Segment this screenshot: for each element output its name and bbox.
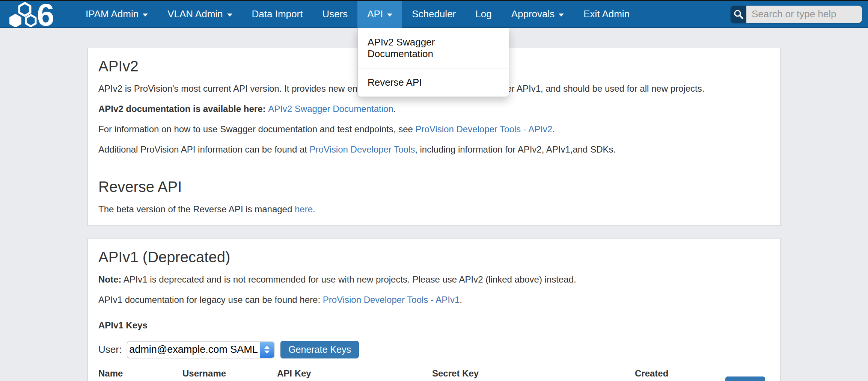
column-header-username: Username bbox=[182, 368, 277, 379]
api-dropdown-item-reverse-api[interactable]: Reverse API bbox=[358, 68, 509, 97]
column-header-secret-key: Secret Key bbox=[432, 368, 635, 379]
text-suffix: , including information for APIv2, APIv1… bbox=[415, 144, 616, 154]
nav-item-users[interactable]: Users bbox=[312, 1, 357, 28]
search-bar bbox=[731, 6, 862, 23]
nav-item-log[interactable]: Log bbox=[466, 1, 501, 28]
text-suffix: . bbox=[313, 204, 315, 214]
user-label: User: bbox=[98, 344, 122, 355]
navbar: 6 IPAM Admin VLAN Admin Data Import bbox=[0, 1, 868, 28]
note-label: Note: bbox=[98, 274, 121, 284]
reverse-api-heading: Reverse API bbox=[98, 178, 770, 195]
select-stepper-icon bbox=[260, 342, 274, 358]
apiv2-docs-line: APIv2 documentation is available here: A… bbox=[98, 103, 770, 115]
developer-tools-apiv2-link[interactable]: ProVision Developer Tools - APIv2 bbox=[416, 124, 553, 134]
reverse-api-here-link[interactable]: here bbox=[295, 204, 313, 214]
user-select-value: admin@example.com SAML bbox=[127, 344, 260, 355]
apiv1-keys-heading: APIv1 Keys bbox=[98, 319, 770, 332]
text-prefix: Additional ProVision API information can… bbox=[98, 144, 310, 154]
column-header-api-key: API Key bbox=[277, 368, 432, 379]
reverse-api-line: The beta version of the Reverse API is m… bbox=[98, 203, 770, 216]
user-key-controls: User: admin@example.com SAML Generate Ke… bbox=[98, 341, 770, 358]
main-nav: IPAM Admin VLAN Admin Data Import Users bbox=[76, 1, 639, 28]
chevron-down-icon bbox=[559, 14, 564, 17]
additional-info-line: Additional ProVision API information can… bbox=[98, 143, 770, 156]
developer-tools-link[interactable]: ProVision Developer Tools bbox=[310, 144, 415, 154]
text-suffix: . bbox=[552, 124, 555, 134]
text-prefix: APIv1 documentation for legacy use can b… bbox=[98, 295, 323, 305]
table-action-button-partial[interactable] bbox=[725, 376, 765, 381]
main-content: APIv2 APIv2 is ProVision's most current … bbox=[0, 48, 868, 381]
apiv2-docs-label: APIv2 documentation is available here: bbox=[98, 104, 268, 114]
swagger-info-line: For information on how to use Swagger do… bbox=[98, 123, 770, 136]
nav-menu: IPAM Admin VLAN Admin Data Import Users bbox=[76, 1, 639, 28]
search-icon bbox=[733, 9, 744, 20]
provision-logo[interactable]: 6 bbox=[5, 2, 62, 27]
note-text: APIv1 is deprecated and is not recommend… bbox=[121, 274, 576, 284]
nav-item-ipam-admin[interactable]: IPAM Admin bbox=[76, 1, 158, 28]
chevron-down-icon bbox=[264, 351, 270, 354]
api-dropdown-item-apiv2-swagger-documentation[interactable]: APIv2 Swagger Documentation bbox=[358, 28, 509, 68]
text-suffix: . bbox=[393, 104, 396, 114]
apiv2-swagger-doc-link[interactable]: APIv2 Swagger Documentation bbox=[268, 104, 393, 114]
chevron-down-icon bbox=[387, 14, 392, 17]
nav-item-scheduler[interactable]: Scheduler bbox=[402, 1, 466, 28]
nav-item-approvals[interactable]: Approvals bbox=[502, 1, 574, 28]
nav-item-exit-admin[interactable]: Exit Admin bbox=[574, 1, 639, 28]
logo-hexagons-6-icon: 6 bbox=[5, 2, 62, 27]
chevron-up-icon bbox=[264, 346, 270, 349]
nav-item-api[interactable]: API bbox=[357, 1, 402, 28]
nav-item-vlan-admin[interactable]: VLAN Admin bbox=[158, 1, 242, 28]
apiv1-card: APIv1 (Deprecated) Note: APIv1 is deprec… bbox=[87, 239, 781, 381]
api-keys-table-header: Name Username API Key Secret Key Created bbox=[98, 368, 770, 381]
developer-tools-apiv1-link[interactable]: ProVision Developer Tools - APIv1 bbox=[323, 295, 460, 305]
chevron-down-icon bbox=[227, 14, 232, 17]
user-select[interactable]: admin@example.com SAML bbox=[127, 342, 274, 358]
chevron-down-icon bbox=[143, 14, 148, 17]
apiv1-note-line: Note: APIv1 is deprecated and is not rec… bbox=[98, 273, 770, 286]
svg-text:6: 6 bbox=[37, 2, 54, 27]
apiv1-docs-line: APIv1 documentation for legacy use can b… bbox=[98, 293, 770, 306]
search-input[interactable] bbox=[746, 6, 862, 23]
text-prefix: The beta version of the Reverse API is m… bbox=[98, 204, 295, 214]
generate-keys-button[interactable]: Generate Keys bbox=[280, 341, 359, 358]
search-icon-button[interactable] bbox=[731, 6, 746, 23]
text-suffix: . bbox=[460, 295, 462, 305]
apiv1-heading: APIv1 (Deprecated) bbox=[98, 249, 770, 266]
nav-item-data-import[interactable]: Data Import bbox=[242, 1, 313, 28]
api-dropdown: APIv2 Swagger Documentation Reverse API bbox=[357, 28, 509, 97]
text-prefix: For information on how to use Swagger do… bbox=[98, 124, 416, 134]
column-header-name: Name bbox=[98, 368, 182, 379]
